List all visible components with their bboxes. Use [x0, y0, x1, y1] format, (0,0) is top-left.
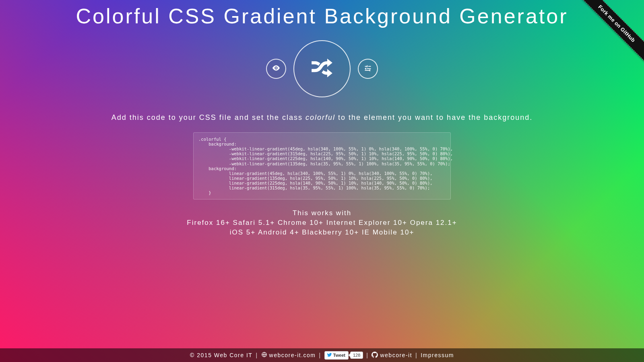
tweet-count[interactable]: 128 [350, 352, 363, 359]
globe-icon [261, 352, 267, 359]
shuffle-button[interactable] [293, 40, 351, 97]
github-icon [372, 352, 378, 359]
shuffle-icon [310, 56, 334, 82]
eye-icon [272, 64, 281, 74]
instruction-prefix: Add this code to your CSS file and set t… [111, 113, 305, 121]
footer-github-link[interactable]: webcore-it [372, 352, 412, 359]
footer-github-text: webcore-it [380, 352, 412, 358]
css-code-output[interactable]: .colorful { background: -webkit-linear-g… [193, 132, 451, 200]
footer-site-link[interactable]: webcore-it.com [261, 352, 316, 359]
sliders-icon [364, 64, 372, 74]
compatibility-block: This works with Firefox 16+ Safari 5.1+ … [0, 208, 644, 237]
compat-line-1: Firefox 16+ Safari 5.1+ Chrome 10+ Inter… [0, 218, 644, 228]
twitter-icon [327, 352, 332, 358]
footer-separator: | [415, 352, 417, 358]
footer-separator: | [256, 352, 258, 358]
compat-line-2: iOS 5+ Android 4+ Blackberry 10+ IE Mobi… [0, 228, 644, 237]
footer-copyright: © 2015 Web Core IT [190, 352, 252, 358]
instruction-text: Add this code to your CSS file and set t… [0, 113, 644, 123]
settings-button[interactable] [358, 59, 378, 79]
control-bar [0, 40, 644, 97]
tweet-button[interactable]: Tweet [324, 351, 349, 360]
footer-site-text: webcore-it.com [269, 352, 316, 358]
instruction-classname: colorful [305, 113, 335, 121]
footer: © 2015 Web Core IT | webcore-it.com | Tw… [0, 348, 644, 362]
compat-heading: This works with [0, 208, 644, 218]
page-title: Colorful CSS Gradient Background Generat… [0, 0, 644, 28]
footer-separator: | [319, 352, 321, 358]
instruction-suffix: to the element you want to have the back… [335, 113, 533, 121]
tweet-widget: Tweet 128 [324, 351, 363, 360]
footer-separator: | [366, 352, 368, 358]
preview-button[interactable] [266, 59, 286, 79]
footer-impressum-link[interactable]: Impressum [421, 352, 454, 358]
tweet-label: Tweet [333, 353, 345, 358]
